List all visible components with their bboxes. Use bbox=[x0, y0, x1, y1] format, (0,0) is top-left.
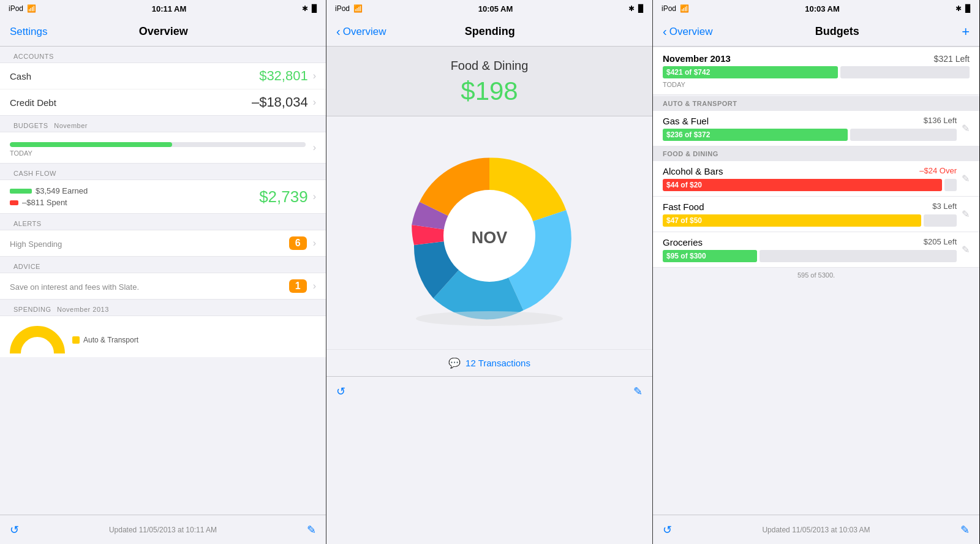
transactions-row[interactable]: 💬 12 Transactions bbox=[326, 349, 652, 376]
cashflow-value: $2,739 bbox=[259, 187, 308, 206]
carrier-1: iPod bbox=[9, 4, 23, 13]
page-title-3: Budgets bbox=[815, 25, 859, 38]
groceries-bar-bg bbox=[760, 250, 957, 262]
back-label-3: Overview bbox=[669, 26, 713, 38]
cashflow-chevron: › bbox=[313, 191, 316, 202]
status-bar-1: iPod 📶 10:11 AM ✱ ▉ bbox=[0, 0, 326, 17]
gas-fuel-bar-text: $236 of $372 bbox=[663, 130, 714, 139]
alcohol-bars-edit[interactable]: ✎ bbox=[962, 173, 970, 184]
alerts-block[interactable]: High Spending 6 › bbox=[0, 230, 326, 257]
gas-fuel-item[interactable]: Gas & Fuel $136 Left $236 of $372 ✎ bbox=[653, 111, 979, 146]
cash-value: $32,801 bbox=[259, 68, 308, 84]
advice-badge: 1 bbox=[289, 279, 307, 293]
alcohol-bars-bar-fill: $44 of $20 bbox=[663, 179, 942, 191]
november-bar-text: $421 of $742 bbox=[663, 68, 714, 77]
spending-header: SPENDING November 2013 bbox=[0, 300, 326, 315]
gas-fuel-bar-fill: $236 of $372 bbox=[663, 129, 848, 141]
spending-category: Food & Dining bbox=[336, 59, 643, 73]
groceries-status: $205 Left bbox=[924, 237, 957, 247]
updated-text-1: Updated 11/05/2013 at 10:11 AM bbox=[109, 526, 217, 534]
gas-fuel-edit[interactable]: ✎ bbox=[962, 123, 970, 134]
november-bar-fill: $421 of $742 bbox=[663, 66, 838, 78]
budget-november-header: November 2013 $321 Left bbox=[663, 53, 970, 64]
bottom-bar-2: ↺ ✎ bbox=[326, 376, 652, 406]
advice-chevron: › bbox=[313, 281, 316, 292]
earned-label: $3,549 Earned bbox=[36, 186, 88, 195]
edit-icon-3[interactable]: ✎ bbox=[960, 523, 970, 537]
carrier-2: iPod bbox=[335, 4, 350, 13]
alcohol-bars-bar-bg bbox=[944, 179, 957, 191]
bluetooth-icon-3: ✱ bbox=[956, 4, 962, 13]
groceries-bar-text: $95 of $300 bbox=[663, 252, 710, 260]
fast-food-item[interactable]: Fast Food $3 Left $47 of $50 ✎ bbox=[653, 197, 979, 232]
cash-label: Cash bbox=[10, 71, 31, 81]
donut-shadow bbox=[416, 311, 563, 326]
accounts-block: Cash $32,801 › Credit Debt –$18,034 › bbox=[0, 62, 326, 116]
cashflow-left: $3,549 Earned –$811 Spent bbox=[10, 186, 259, 207]
november-name: November 2013 bbox=[663, 53, 731, 64]
legend-dot-yellow bbox=[72, 336, 80, 344]
gas-fuel-name: Gas & Fuel bbox=[663, 116, 709, 126]
overview-content: ACCOUNTS Cash $32,801 › Credit Debt –$18… bbox=[0, 47, 326, 515]
spending-amount: $198 bbox=[336, 77, 643, 106]
refresh-icon-3[interactable]: ↺ bbox=[663, 523, 672, 537]
alcohol-bars-item[interactable]: Alcohol & Bars –$24 Over $44 of $20 ✎ bbox=[653, 161, 979, 197]
fast-food-bar-bg bbox=[924, 214, 957, 227]
gas-fuel-bar-bg bbox=[850, 129, 957, 141]
page-title-2: Spending bbox=[465, 25, 515, 38]
donut-chart-svg: NOV bbox=[398, 144, 581, 328]
groceries-edit[interactable]: ✎ bbox=[962, 244, 970, 255]
cash-row[interactable]: Cash $32,801 › bbox=[0, 63, 326, 89]
time-2: 10:05 AM bbox=[478, 4, 513, 13]
budgets-content: November 2013 $321 Left $421 of $742 TOD… bbox=[653, 47, 979, 515]
budgets-section[interactable]: TODAY › bbox=[0, 132, 326, 164]
fast-food-bar-row: $47 of $50 bbox=[663, 214, 957, 227]
back-button-3[interactable]: ‹ Overview bbox=[663, 25, 713, 39]
fast-food-edit[interactable]: ✎ bbox=[962, 208, 970, 220]
back-button-2[interactable]: ‹ Overview bbox=[336, 25, 386, 39]
gas-fuel-bar-row: $236 of $372 bbox=[663, 129, 957, 141]
alcohol-bars-bar-row: $44 of $20 bbox=[663, 179, 957, 191]
food-dining-header: FOOD & DINING bbox=[653, 146, 979, 161]
edit-icon-2[interactable]: ✎ bbox=[633, 385, 643, 398]
legend-label: Auto & Transport bbox=[83, 336, 138, 344]
budgets-progress-fill bbox=[10, 142, 172, 147]
updated-text-3: Updated 11/05/2013 at 10:03 AM bbox=[762, 526, 870, 534]
advice-left: Save on interest and fees with Slate. bbox=[10, 281, 289, 292]
accounts-header: ACCOUNTS bbox=[0, 47, 326, 62]
groceries-item[interactable]: Groceries $205 Left $95 of $300 ✎ bbox=[653, 232, 979, 268]
cashflow-block[interactable]: $3,549 Earned –$811 Spent $2,739 › bbox=[0, 179, 326, 214]
status-bar-3: iPod 📶 10:03 AM ✱ ▉ bbox=[653, 0, 979, 17]
status-right-2: ✱ ▉ bbox=[628, 4, 644, 13]
alerts-subtitle: High Spending bbox=[10, 240, 289, 249]
spending-donut bbox=[10, 326, 65, 353]
status-bar-2: iPod 📶 10:05 AM ✱ ▉ bbox=[326, 0, 652, 17]
spending-legend: Auto & Transport bbox=[72, 336, 138, 344]
transactions-text: 12 Transactions bbox=[466, 358, 530, 368]
refresh-icon-2[interactable]: ↺ bbox=[336, 385, 345, 398]
cash-chevron: › bbox=[313, 70, 316, 81]
alerts-badge: 6 bbox=[289, 236, 307, 250]
spending-content: Auto & Transport bbox=[10, 326, 316, 353]
battery-icon-1: ▉ bbox=[312, 4, 317, 13]
advice-subtitle: Save on interest and fees with Slate. bbox=[10, 282, 289, 292]
advice-block[interactable]: Save on interest and fees with Slate. 1 … bbox=[0, 273, 326, 300]
edit-icon-1[interactable]: ✎ bbox=[307, 523, 316, 537]
november-bar-bg bbox=[840, 66, 970, 78]
spent-bar bbox=[10, 200, 18, 205]
settings-button[interactable]: Settings bbox=[10, 26, 47, 38]
nav-bar-2: ‹ Overview Spending bbox=[326, 17, 652, 47]
back-arrow-2: ‹ bbox=[336, 25, 341, 39]
alcohol-bars-bar-text: $44 of $20 bbox=[663, 181, 706, 189]
add-button-3[interactable]: + bbox=[962, 24, 970, 40]
bottom-bar-3: ↺ Updated 11/05/2013 at 10:03 AM ✎ bbox=[653, 515, 979, 544]
budget-november-block: November 2013 $321 Left $421 of $742 TOD… bbox=[653, 47, 979, 95]
nav-bar-1: Settings Overview bbox=[0, 17, 326, 47]
fast-food-bar-text: $47 of $50 bbox=[663, 216, 706, 225]
groceries-bar-fill: $95 of $300 bbox=[663, 250, 757, 262]
november-left: $321 Left bbox=[934, 54, 970, 64]
refresh-icon-1[interactable]: ↺ bbox=[10, 523, 19, 537]
status-left-2: iPod 📶 bbox=[335, 4, 363, 13]
credit-row[interactable]: Credit Debt –$18,034 › bbox=[0, 89, 326, 115]
spending-block[interactable]: Auto & Transport bbox=[0, 315, 326, 357]
